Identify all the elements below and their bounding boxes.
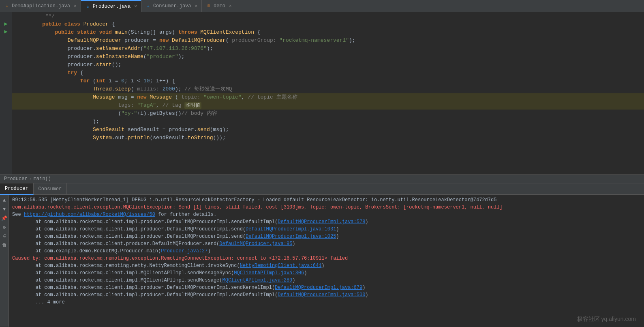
console-tab-producer-label: Producer [5,186,28,191]
filter-icon[interactable]: ⚙ [1,224,8,230]
gutter-line14 [0,128,12,136]
gutter-line10 [0,97,12,105]
stack-link-4[interactable]: DefaultMQProducer.java:95 [219,241,292,247]
console-line-15: ... 4 more [12,299,641,306]
gutter-run[interactable]: ▶ [0,20,12,28]
java-icon: ☕ [4,3,10,9]
code-line-9: for (int i = 0; i < 10; i++) { [12,77,644,85]
gutter-line15 [0,136,12,144]
console-line-4: at com.alibaba.rocketmq.client.impl.prod… [12,218,641,226]
console-wrapper: ▲ ▼ 📌 ⚙ 🖨 🗑 09:13:59.535 [NettyClientWor… [0,195,644,327]
tab-producer[interactable]: ☕ Producer.java × [81,0,141,12]
m-icon: m [206,3,212,9]
stack-link-7[interactable]: MQClientAPIImpl.java:306 [234,270,304,276]
run-arrow-2[interactable]: ▶ [4,28,7,35]
console-line-1: 09:13:59.535 [NettyClientWorkerThread_1]… [12,196,641,204]
console-line-14: at com.alibaba.rocketmq.client.impl.prod… [12,291,641,299]
code-line-8: try { [12,69,644,77]
tab-label: demo [214,3,225,9]
console-line-8: at com.example.demo.RocketMQ.Producer.ma… [12,247,641,255]
code-line-5: producer.setNamesrvAddr("47.107.113.26:9… [12,45,644,53]
editor-gutter: ▶ ▶ [0,12,12,174]
code-line-10: Thread.sleep( millis: 2000); // 每秒发送一次MQ [12,85,644,93]
print-icon[interactable]: 🖨 [1,233,8,239]
editor-area: ▶ ▶ **/ public class Producer { [0,12,644,174]
gutter-line18 [0,159,12,167]
gutter-line5 [0,58,12,66]
gutter-line19 [0,167,12,174]
code-line-16: System.out.println(sendResult.toString()… [12,134,644,142]
code-line-4: DefaultMQProducer producer = new Default… [12,37,644,45]
gutter-line3 [0,43,12,51]
console-line-5: at com.alibaba.rocketmq.client.impl.prod… [12,226,641,233]
pin-icon[interactable]: 📌 [1,215,8,222]
tab-label: Producer.java [93,4,131,9]
tab-label: Consumer.java [153,3,191,9]
gutter-line8 [0,82,12,89]
tab-close[interactable]: × [74,4,77,9]
console-tab-consumer[interactable]: Consumer [34,183,67,195]
gutter-run2[interactable]: ▶ [0,28,12,35]
gutter-line7 [0,74,12,82]
breadcrumb-producer[interactable]: Producer [4,176,28,182]
console-line-2: com.alibaba.rocketmq.client.exception.MQ… [12,204,641,211]
gutter-line [0,12,12,20]
github-link[interactable]: https://github.com/alibaba/RocketMQ/issu… [24,212,155,217]
code-line-2: public class Producer { [12,20,644,28]
code-line-7: producer.start(); [12,61,644,69]
console-line-12: at com.alibaba.rocketmq.client.impl.MQCl… [12,277,641,284]
code-editor[interactable]: **/ public class Producer { public stati… [12,12,644,174]
code-line-1: **/ [12,12,644,20]
code-line-3: public static void main(String[] args) t… [12,28,644,37]
gutter-line2 [0,35,12,43]
gutter-line11 [0,105,12,113]
code-line-14: ); [12,118,644,126]
console-line-9: Caused by: com.alibaba.rocketmq.remoting… [12,255,641,262]
gutter-line9 [0,89,12,97]
run-arrow[interactable]: ▶ [4,20,7,27]
code-line-11: Message msg = new Message ( topic: "owen… [12,93,644,101]
code-line-15: SendResult sendResult = producer.send(ms… [12,126,644,134]
gutter-line13 [0,120,12,128]
stack-link-6[interactable]: NettyRemotingClient.java:641 [240,263,322,269]
console-tab-consumer-label: Consumer [39,186,62,192]
scroll-down-icon[interactable]: ▼ [1,206,8,213]
stack-link-10[interactable]: DefaultMQProducerImpl.java:500 [278,292,365,298]
stack-link-5[interactable]: Producer.java:27 [161,248,208,254]
tab-demo[interactable]: m demo × [202,0,236,12]
gutter-line6 [0,66,12,74]
stack-link-3[interactable]: DefaultMQProducerImpl.java:1025 [246,234,336,239]
breadcrumb: Producer › main() [0,174,644,183]
console-line-13: at com.alibaba.rocketmq.client.impl.prod… [12,284,641,291]
tab-close[interactable]: × [195,4,198,9]
stack-link-1[interactable]: DefaultMQProducerImpl.java:578 [278,219,365,225]
java-green-icon: ☕ [85,4,91,9]
gutter-line4 [0,51,12,58]
scroll-up-icon[interactable]: ▲ [1,197,8,204]
stack-link-8[interactable]: MQClientAPIImpl.java:289 [222,278,292,283]
code-line-6: producer.setInstanceName("producer"); [12,53,644,61]
console-tab-bar: Producer Consumer [0,183,644,195]
tab-close[interactable]: × [134,4,137,9]
gutter-line16 [0,144,12,151]
console-line-7: at com.alibaba.rocketmq.client.producer.… [12,240,641,247]
clear-icon[interactable]: 🗑 [1,242,8,248]
tab-label: DemoApplication.java [12,3,70,9]
console-line-6: at com.alibaba.rocketmq.client.impl.prod… [12,233,641,240]
console-line-3: See https://github.com/alibaba/RocketMQ/… [12,211,641,218]
stack-link-9[interactable]: DefaultMQProducerImpl.java:679 [275,285,362,290]
console-sidebar: ▲ ▼ 📌 ⚙ 🖨 🗑 [0,195,9,327]
tab-bar: ☕ DemoApplication.java × ☕ Producer.java… [0,0,644,12]
code-line-12: tags: "TagA", // tag 临时值 [12,101,644,110]
stack-link-2[interactable]: DefaultMQProducerImpl.java:1031 [246,226,336,232]
consumer-java-icon: ☕ [145,3,151,9]
console-tab-producer[interactable]: Producer [0,183,34,195]
tab-consumer[interactable]: ☕ Consumer.java × [141,0,202,12]
console-line-11: at com.alibaba.rocketmq.client.impl.MQCl… [12,269,641,277]
tab-demo-application[interactable]: ☕ DemoApplication.java × [0,0,81,12]
console-area: Producer Consumer ▲ ▼ 📌 ⚙ 🖨 🗑 09:13:59.5… [0,183,644,327]
console-output[interactable]: 09:13:59.535 [NettyClientWorkerThread_1]… [9,195,644,327]
breadcrumb-main[interactable]: main() [34,176,51,182]
breadcrumb-separator: › [29,176,32,182]
tab-close[interactable]: × [229,4,232,9]
